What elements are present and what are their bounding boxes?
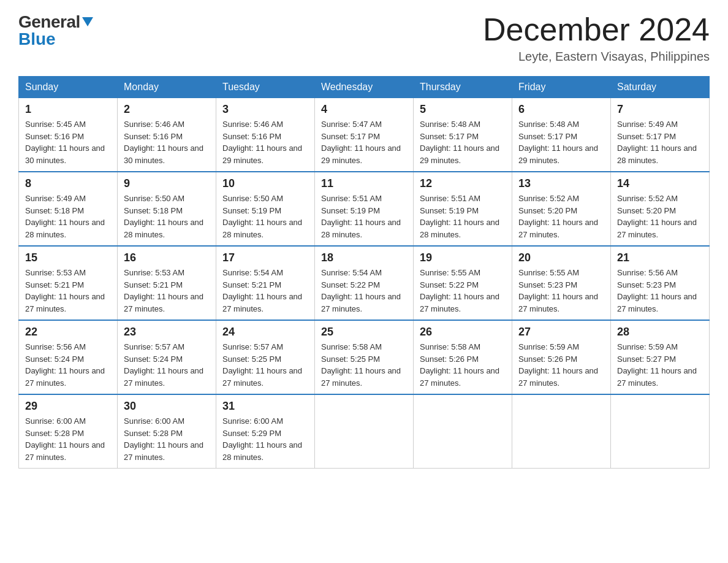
day-info: Sunrise: 5:54 AM Sunset: 5:22 PM Dayligh… xyxy=(321,267,407,315)
title-section: December 2024 Leyte, Eastern Visayas, Ph… xyxy=(483,12,710,64)
day-number: 20 xyxy=(518,251,604,264)
day-info: Sunrise: 5:53 AM Sunset: 5:21 PM Dayligh… xyxy=(124,267,210,315)
day-info: Sunrise: 5:48 AM Sunset: 5:17 PM Dayligh… xyxy=(420,118,506,166)
calendar-day-cell: 16 Sunrise: 5:53 AM Sunset: 5:21 PM Dayl… xyxy=(118,246,216,320)
day-number: 28 xyxy=(617,326,703,339)
day-info: Sunrise: 5:49 AM Sunset: 5:18 PM Dayligh… xyxy=(25,193,111,240)
day-info: Sunrise: 5:50 AM Sunset: 5:18 PM Dayligh… xyxy=(124,193,210,240)
day-number: 23 xyxy=(124,326,210,339)
calendar-day-cell: 2 Sunrise: 5:46 AM Sunset: 5:16 PM Dayli… xyxy=(118,98,216,172)
day-number: 19 xyxy=(420,251,506,264)
day-number: 18 xyxy=(321,251,407,264)
day-number: 5 xyxy=(420,103,506,116)
calendar-day-cell: 8 Sunrise: 5:49 AM Sunset: 5:18 PM Dayli… xyxy=(19,172,118,246)
day-info: Sunrise: 5:50 AM Sunset: 5:19 PM Dayligh… xyxy=(222,193,308,240)
calendar-day-cell xyxy=(414,394,512,469)
col-sunday: Sunday xyxy=(19,77,118,98)
calendar-day-cell: 25 Sunrise: 5:58 AM Sunset: 5:25 PM Dayl… xyxy=(315,320,414,394)
day-number: 26 xyxy=(420,326,506,339)
day-number: 25 xyxy=(321,326,407,339)
calendar-week-row: 8 Sunrise: 5:49 AM Sunset: 5:18 PM Dayli… xyxy=(19,172,710,246)
day-info: Sunrise: 5:52 AM Sunset: 5:20 PM Dayligh… xyxy=(617,193,703,240)
calendar-day-cell xyxy=(512,394,611,469)
calendar-week-row: 1 Sunrise: 5:45 AM Sunset: 5:16 PM Dayli… xyxy=(19,98,710,172)
day-number: 14 xyxy=(617,177,703,190)
col-saturday: Saturday xyxy=(611,77,710,98)
col-tuesday: Tuesday xyxy=(216,77,315,98)
day-number: 6 xyxy=(518,103,604,116)
calendar-day-cell: 5 Sunrise: 5:48 AM Sunset: 5:17 PM Dayli… xyxy=(414,98,512,172)
calendar-day-cell: 24 Sunrise: 5:57 AM Sunset: 5:25 PM Dayl… xyxy=(216,320,315,394)
calendar-day-cell: 30 Sunrise: 6:00 AM Sunset: 5:28 PM Dayl… xyxy=(118,394,216,469)
day-info: Sunrise: 5:55 AM Sunset: 5:22 PM Dayligh… xyxy=(420,267,506,315)
day-info: Sunrise: 5:52 AM Sunset: 5:20 PM Dayligh… xyxy=(518,193,604,240)
col-thursday: Thursday xyxy=(414,77,512,98)
day-info: Sunrise: 5:49 AM Sunset: 5:17 PM Dayligh… xyxy=(617,118,703,166)
day-info: Sunrise: 5:47 AM Sunset: 5:17 PM Dayligh… xyxy=(321,118,407,166)
calendar-day-cell: 22 Sunrise: 5:56 AM Sunset: 5:24 PM Dayl… xyxy=(19,320,118,394)
calendar-day-cell: 10 Sunrise: 5:50 AM Sunset: 5:19 PM Dayl… xyxy=(216,172,315,246)
day-info: Sunrise: 5:59 AM Sunset: 5:26 PM Dayligh… xyxy=(518,341,604,389)
calendar-day-cell: 6 Sunrise: 5:48 AM Sunset: 5:17 PM Dayli… xyxy=(512,98,611,172)
day-info: Sunrise: 5:56 AM Sunset: 5:23 PM Dayligh… xyxy=(617,267,703,315)
calendar-day-cell: 9 Sunrise: 5:50 AM Sunset: 5:18 PM Dayli… xyxy=(118,172,216,246)
calendar-day-cell: 15 Sunrise: 5:53 AM Sunset: 5:21 PM Dayl… xyxy=(19,246,118,320)
calendar-day-cell: 31 Sunrise: 6:00 AM Sunset: 5:29 PM Dayl… xyxy=(216,394,315,469)
month-title: December 2024 xyxy=(483,12,710,47)
day-number: 24 xyxy=(222,326,308,339)
day-number: 12 xyxy=(420,177,506,190)
day-info: Sunrise: 5:51 AM Sunset: 5:19 PM Dayligh… xyxy=(420,193,506,240)
day-info: Sunrise: 6:00 AM Sunset: 5:28 PM Dayligh… xyxy=(124,415,210,463)
day-info: Sunrise: 5:46 AM Sunset: 5:16 PM Dayligh… xyxy=(124,118,210,166)
day-info: Sunrise: 5:57 AM Sunset: 5:24 PM Dayligh… xyxy=(124,341,210,389)
day-info: Sunrise: 5:54 AM Sunset: 5:21 PM Dayligh… xyxy=(222,267,308,315)
calendar-week-row: 22 Sunrise: 5:56 AM Sunset: 5:24 PM Dayl… xyxy=(19,320,710,394)
day-number: 27 xyxy=(518,326,604,339)
calendar-day-cell: 23 Sunrise: 5:57 AM Sunset: 5:24 PM Dayl… xyxy=(118,320,216,394)
calendar-day-cell: 29 Sunrise: 6:00 AM Sunset: 5:28 PM Dayl… xyxy=(19,394,118,469)
day-number: 9 xyxy=(124,177,210,190)
calendar-day-cell xyxy=(315,394,414,469)
day-number: 7 xyxy=(617,103,703,116)
day-number: 31 xyxy=(222,400,308,413)
calendar-day-cell: 19 Sunrise: 5:55 AM Sunset: 5:22 PM Dayl… xyxy=(414,246,512,320)
calendar-day-cell: 20 Sunrise: 5:55 AM Sunset: 5:23 PM Dayl… xyxy=(512,246,611,320)
col-wednesday: Wednesday xyxy=(315,77,414,98)
calendar-day-cell: 21 Sunrise: 5:56 AM Sunset: 5:23 PM Dayl… xyxy=(611,246,710,320)
day-info: Sunrise: 5:57 AM Sunset: 5:25 PM Dayligh… xyxy=(222,341,308,389)
day-info: Sunrise: 5:46 AM Sunset: 5:16 PM Dayligh… xyxy=(222,118,308,166)
calendar-day-cell: 3 Sunrise: 5:46 AM Sunset: 5:16 PM Dayli… xyxy=(216,98,315,172)
day-number: 15 xyxy=(25,251,111,264)
calendar-day-cell: 11 Sunrise: 5:51 AM Sunset: 5:19 PM Dayl… xyxy=(315,172,414,246)
day-info: Sunrise: 5:53 AM Sunset: 5:21 PM Dayligh… xyxy=(25,267,111,315)
day-number: 30 xyxy=(124,400,210,413)
day-info: Sunrise: 5:59 AM Sunset: 5:27 PM Dayligh… xyxy=(617,341,703,389)
day-info: Sunrise: 6:00 AM Sunset: 5:28 PM Dayligh… xyxy=(25,415,111,463)
calendar-day-cell: 18 Sunrise: 5:54 AM Sunset: 5:22 PM Dayl… xyxy=(315,246,414,320)
calendar-day-cell: 14 Sunrise: 5:52 AM Sunset: 5:20 PM Dayl… xyxy=(611,172,710,246)
day-info: Sunrise: 5:58 AM Sunset: 5:25 PM Dayligh… xyxy=(321,341,407,389)
day-info: Sunrise: 5:58 AM Sunset: 5:26 PM Dayligh… xyxy=(420,341,506,389)
calendar-day-cell: 26 Sunrise: 5:58 AM Sunset: 5:26 PM Dayl… xyxy=(414,320,512,394)
col-friday: Friday xyxy=(512,77,611,98)
day-number: 16 xyxy=(124,251,210,264)
calendar-header-row: Sunday Monday Tuesday Wednesday Thursday… xyxy=(19,77,710,98)
calendar-week-row: 15 Sunrise: 5:53 AM Sunset: 5:21 PM Dayl… xyxy=(19,246,710,320)
col-monday: Monday xyxy=(118,77,216,98)
day-number: 11 xyxy=(321,177,407,190)
day-info: Sunrise: 5:56 AM Sunset: 5:24 PM Dayligh… xyxy=(25,341,111,389)
calendar-day-cell: 28 Sunrise: 5:59 AM Sunset: 5:27 PM Dayl… xyxy=(611,320,710,394)
day-number: 29 xyxy=(25,400,111,413)
day-number: 4 xyxy=(321,103,407,116)
logo-bottom: Blue xyxy=(18,29,56,49)
calendar-day-cell xyxy=(611,394,710,469)
calendar-day-cell: 12 Sunrise: 5:51 AM Sunset: 5:19 PM Dayl… xyxy=(414,172,512,246)
calendar-table: Sunday Monday Tuesday Wednesday Thursday… xyxy=(18,76,710,469)
day-info: Sunrise: 5:45 AM Sunset: 5:16 PM Dayligh… xyxy=(25,118,111,166)
calendar-day-cell: 27 Sunrise: 5:59 AM Sunset: 5:26 PM Dayl… xyxy=(512,320,611,394)
day-info: Sunrise: 5:51 AM Sunset: 5:19 PM Dayligh… xyxy=(321,193,407,240)
day-number: 22 xyxy=(25,326,111,339)
day-number: 10 xyxy=(222,177,308,190)
calendar-week-row: 29 Sunrise: 6:00 AM Sunset: 5:28 PM Dayl… xyxy=(19,394,710,469)
logo: General Blue xyxy=(18,12,93,49)
